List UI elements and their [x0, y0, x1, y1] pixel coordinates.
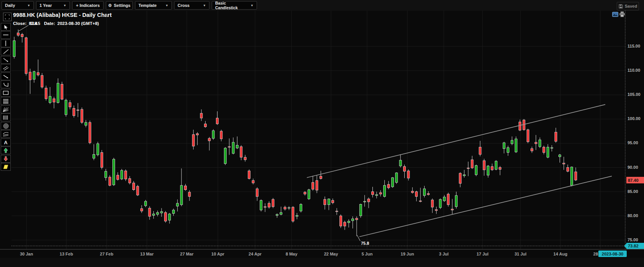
arrow-line-tool[interactable]: [1, 56, 11, 64]
candle-down: [304, 192, 306, 194]
gann-fan-tool[interactable]: [1, 105, 11, 113]
candle-up: [359, 204, 362, 216]
fib-timezones-tool[interactable]: [1, 114, 11, 121]
candle-down: [268, 203, 270, 207]
candle-down: [531, 148, 533, 151]
candle-down: [208, 138, 211, 141]
highlighter-tool[interactable]: [1, 163, 11, 171]
candle-up: [308, 190, 310, 199]
parallel-channel-tool[interactable]: [1, 64, 11, 72]
candle-up: [180, 185, 183, 205]
print-icon[interactable]: [619, 11, 625, 17]
candle-down: [567, 168, 569, 171]
candle-up: [487, 166, 489, 175]
candle-up: [439, 199, 441, 208]
ray-line-tool[interactable]: [1, 73, 11, 80]
candle-up: [232, 142, 234, 153]
parallel-lines-icon: [3, 66, 9, 71]
candle-down: [431, 200, 433, 207]
vertical-line-icon: [4, 40, 8, 46]
vertical-bars-icon: [3, 115, 9, 120]
candle-up: [515, 139, 517, 152]
candle-down: [372, 192, 374, 195]
candle-up: [443, 197, 445, 201]
candle-down: [367, 199, 370, 202]
candle-up: [172, 210, 175, 214]
candle-down: [109, 177, 111, 186]
low-annotation: 75.8: [361, 241, 369, 246]
candle-up: [33, 72, 35, 79]
candle-up: [97, 144, 99, 155]
candle-down: [427, 194, 430, 195]
candle-down: [200, 113, 203, 118]
candle-down: [25, 38, 27, 73]
price-tick-label: 105.00: [628, 92, 641, 97]
candle-up: [13, 41, 15, 57]
candle-up: [212, 131, 214, 138]
candle-down: [17, 33, 19, 35]
candle-up: [399, 160, 402, 166]
candle-down: [459, 173, 461, 184]
candle-up: [224, 148, 226, 163]
candle-down: [543, 147, 545, 153]
stacked-lines-icon: [3, 99, 9, 104]
price-tick-label: 100.00: [628, 116, 641, 121]
price-tick-label: 80.00: [628, 213, 638, 218]
candle-up: [551, 148, 553, 148]
candle-down: [184, 186, 187, 190]
text-tool[interactable]: A: [1, 138, 11, 146]
candle-down: [415, 192, 418, 197]
trend-line-tool[interactable]: [1, 48, 11, 55]
rectangle-tool[interactable]: [1, 89, 11, 97]
candle-down: [53, 99, 55, 102]
last-price-badge: 87.40: [626, 177, 644, 183]
candle-down: [467, 168, 469, 169]
candlestick-chart[interactable]: [0, 0, 644, 267]
arrow-down-marker-tool[interactable]: [1, 155, 11, 163]
date-value: 2023-08-30 (GMT+8): [58, 21, 99, 26]
candle-down: [272, 199, 274, 207]
candle-down: [284, 207, 286, 209]
candle-up: [376, 194, 378, 196]
snapshot-image-icon[interactable]: [612, 12, 618, 17]
arrow-up-marker-tool[interactable]: [1, 147, 11, 154]
trend-channel-line[interactable]: [359, 176, 612, 237]
arc-tool[interactable]: [1, 81, 11, 88]
candle-up: [156, 213, 159, 214]
diagonal-line-icon: [3, 49, 9, 54]
candle-down: [220, 131, 222, 139]
horizontal-line-tool[interactable]: [1, 31, 11, 39]
candle-down: [344, 222, 346, 226]
candle-down: [411, 191, 413, 193]
candle-up: [85, 122, 87, 125]
vertical-line-tool[interactable]: [1, 40, 11, 47]
fib-circles-tool[interactable]: [1, 122, 11, 130]
candle-down: [204, 124, 206, 127]
candle-up: [49, 96, 51, 102]
candle-down: [339, 216, 342, 226]
ohlc-info-line: Close:87.4 Date:2023-08-30 (GMT+8): [13, 21, 101, 26]
candle-down: [77, 110, 79, 110]
candle-up: [328, 199, 330, 205]
candle-up: [113, 159, 115, 185]
candle-down: [248, 171, 250, 178]
candle-down: [387, 185, 390, 188]
candle-up: [276, 214, 278, 216]
candle-up: [57, 83, 59, 103]
date-tick-label: 27 Feb: [96, 252, 117, 256]
price-tick-label: 115.00: [628, 44, 640, 48]
candle-down: [527, 130, 529, 142]
pitchfork-tool[interactable]: [1, 130, 11, 138]
crosshair-price-badge: 73.82: [626, 243, 644, 249]
fib-retracement-tool[interactable]: [1, 97, 11, 105]
candle-down: [555, 132, 557, 141]
candle-down: [89, 122, 91, 143]
yellow-marker-icon: [3, 165, 8, 169]
date-tick-label: 31 Jul: [510, 252, 531, 256]
candle-up: [236, 145, 238, 148]
cursor-tool[interactable]: [1, 23, 11, 31]
date-tick-label: 19 Jun: [397, 252, 418, 256]
candle-down: [192, 135, 194, 146]
candle-up: [384, 185, 386, 196]
fan-lines-icon: [3, 107, 9, 112]
